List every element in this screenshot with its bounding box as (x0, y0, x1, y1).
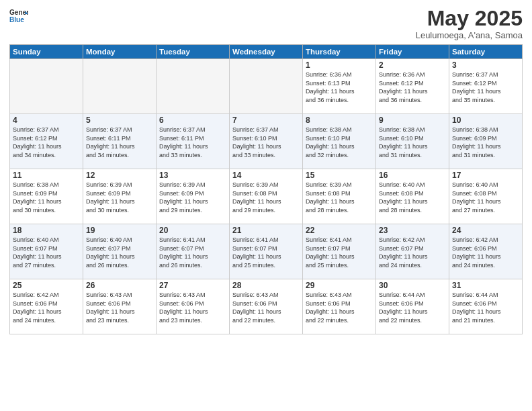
day-number: 9 (379, 116, 446, 125)
day-number: 2 (379, 60, 446, 70)
col-friday: Friday (376, 45, 449, 59)
day-number: 12 (86, 171, 153, 180)
calendar-cell: 27Sunrise: 6:43 AM Sunset: 6:06 PM Dayli… (157, 279, 230, 334)
day-number: 31 (452, 281, 519, 290)
day-info: Sunrise: 6:37 AM Sunset: 6:12 PM Dayligh… (452, 71, 519, 104)
day-number: 7 (232, 116, 300, 125)
calendar-cell: 12Sunrise: 6:39 AM Sunset: 6:09 PM Dayli… (83, 169, 157, 224)
header: General Blue May 2025 Leulumoega, A'ana,… (9, 7, 523, 40)
day-info: Sunrise: 6:38 AM Sunset: 6:10 PM Dayligh… (379, 126, 446, 159)
subtitle: Leulumoega, A'ana, Samoa (416, 30, 523, 40)
day-info: Sunrise: 6:37 AM Sunset: 6:12 PM Dayligh… (13, 126, 80, 159)
title-block: May 2025 Leulumoega, A'ana, Samoa (416, 7, 523, 40)
day-info: Sunrise: 6:41 AM Sunset: 6:07 PM Dayligh… (306, 236, 373, 269)
day-info: Sunrise: 6:43 AM Sunset: 6:06 PM Dayligh… (159, 291, 226, 324)
col-tuesday: Tuesday (157, 45, 230, 59)
day-number: 10 (452, 116, 519, 125)
calendar-cell: 10Sunrise: 6:38 AM Sunset: 6:09 PM Dayli… (449, 114, 523, 169)
day-info: Sunrise: 6:36 AM Sunset: 6:12 PM Dayligh… (379, 71, 446, 104)
calendar-cell: 18Sunrise: 6:40 AM Sunset: 6:07 PM Dayli… (10, 224, 83, 279)
calendar-cell: 30Sunrise: 6:44 AM Sunset: 6:06 PM Dayli… (376, 279, 449, 334)
day-number: 30 (379, 281, 446, 290)
calendar-cell: 15Sunrise: 6:39 AM Sunset: 6:08 PM Dayli… (303, 169, 376, 224)
day-info: Sunrise: 6:37 AM Sunset: 6:11 PM Dayligh… (86, 126, 153, 159)
calendar-cell: 1Sunrise: 6:36 AM Sunset: 6:13 PM Daylig… (303, 59, 376, 114)
day-info: Sunrise: 6:37 AM Sunset: 6:10 PM Dayligh… (232, 126, 300, 159)
calendar-cell: 21Sunrise: 6:41 AM Sunset: 6:07 PM Dayli… (230, 224, 303, 279)
day-number: 28 (232, 281, 300, 290)
day-number: 6 (159, 116, 226, 125)
day-number: 24 (452, 226, 519, 235)
day-info: Sunrise: 6:37 AM Sunset: 6:11 PM Dayligh… (159, 126, 226, 159)
calendar-week-row: 25Sunrise: 6:42 AM Sunset: 6:06 PM Dayli… (10, 279, 523, 334)
calendar-cell: 16Sunrise: 6:40 AM Sunset: 6:08 PM Dayli… (376, 169, 449, 224)
calendar-cell: 25Sunrise: 6:42 AM Sunset: 6:06 PM Dayli… (10, 279, 83, 334)
day-info: Sunrise: 6:41 AM Sunset: 6:07 PM Dayligh… (159, 236, 226, 269)
day-info: Sunrise: 6:41 AM Sunset: 6:07 PM Dayligh… (232, 236, 300, 269)
day-number: 19 (86, 226, 153, 235)
day-number: 17 (452, 171, 519, 180)
col-wednesday: Wednesday (230, 45, 303, 59)
day-info: Sunrise: 6:38 AM Sunset: 6:09 PM Dayligh… (13, 181, 80, 214)
day-number: 13 (159, 171, 226, 180)
calendar-cell: 22Sunrise: 6:41 AM Sunset: 6:07 PM Dayli… (303, 224, 376, 279)
day-info: Sunrise: 6:43 AM Sunset: 6:06 PM Dayligh… (306, 291, 373, 324)
day-number: 25 (13, 281, 80, 290)
calendar-header-row: Sunday Monday Tuesday Wednesday Thursday… (10, 45, 523, 59)
calendar-cell: 26Sunrise: 6:43 AM Sunset: 6:06 PM Dayli… (83, 279, 157, 334)
day-info: Sunrise: 6:40 AM Sunset: 6:07 PM Dayligh… (86, 236, 153, 269)
day-number: 15 (306, 171, 373, 180)
calendar-cell: 2Sunrise: 6:36 AM Sunset: 6:12 PM Daylig… (376, 59, 449, 114)
day-info: Sunrise: 6:39 AM Sunset: 6:09 PM Dayligh… (159, 181, 226, 214)
day-number: 16 (379, 171, 446, 180)
day-info: Sunrise: 6:39 AM Sunset: 6:08 PM Dayligh… (232, 181, 300, 214)
calendar-cell: 20Sunrise: 6:41 AM Sunset: 6:07 PM Dayli… (157, 224, 230, 279)
day-info: Sunrise: 6:43 AM Sunset: 6:06 PM Dayligh… (86, 291, 153, 324)
day-info: Sunrise: 6:39 AM Sunset: 6:08 PM Dayligh… (306, 181, 373, 214)
calendar-cell (10, 59, 83, 114)
col-saturday: Saturday (449, 45, 523, 59)
day-number: 8 (306, 116, 373, 125)
day-number: 22 (306, 226, 373, 235)
svg-text:Blue: Blue (9, 16, 24, 24)
month-title: May 2025 (416, 7, 523, 30)
day-info: Sunrise: 6:36 AM Sunset: 6:13 PM Dayligh… (306, 71, 373, 104)
day-number: 21 (232, 226, 300, 235)
calendar-cell: 28Sunrise: 6:43 AM Sunset: 6:06 PM Dayli… (230, 279, 303, 334)
calendar-week-row: 11Sunrise: 6:38 AM Sunset: 6:09 PM Dayli… (10, 169, 523, 224)
day-info: Sunrise: 6:42 AM Sunset: 6:06 PM Dayligh… (13, 291, 80, 324)
calendar-cell: 19Sunrise: 6:40 AM Sunset: 6:07 PM Dayli… (83, 224, 157, 279)
day-info: Sunrise: 6:44 AM Sunset: 6:06 PM Dayligh… (379, 291, 446, 324)
calendar-cell (83, 59, 157, 114)
day-number: 4 (13, 116, 80, 125)
calendar-week-row: 4Sunrise: 6:37 AM Sunset: 6:12 PM Daylig… (10, 114, 523, 169)
day-number: 20 (159, 226, 226, 235)
calendar-cell (230, 59, 303, 114)
day-number: 27 (159, 281, 226, 290)
calendar-cell: 11Sunrise: 6:38 AM Sunset: 6:09 PM Dayli… (10, 169, 83, 224)
calendar-week-row: 18Sunrise: 6:40 AM Sunset: 6:07 PM Dayli… (10, 224, 523, 279)
calendar-cell: 31Sunrise: 6:44 AM Sunset: 6:06 PM Dayli… (449, 279, 523, 334)
logo-icon: General Blue (9, 7, 28, 26)
calendar-cell: 29Sunrise: 6:43 AM Sunset: 6:06 PM Dayli… (303, 279, 376, 334)
col-sunday: Sunday (10, 45, 83, 59)
calendar-cell: 24Sunrise: 6:42 AM Sunset: 6:06 PM Dayli… (449, 224, 523, 279)
day-number: 18 (13, 226, 80, 235)
calendar-week-row: 1Sunrise: 6:36 AM Sunset: 6:13 PM Daylig… (10, 59, 523, 114)
page: General Blue May 2025 Leulumoega, A'ana,… (0, 0, 532, 411)
col-monday: Monday (83, 45, 157, 59)
day-info: Sunrise: 6:43 AM Sunset: 6:06 PM Dayligh… (232, 291, 300, 324)
calendar-cell: 9Sunrise: 6:38 AM Sunset: 6:10 PM Daylig… (376, 114, 449, 169)
calendar-cell (157, 59, 230, 114)
calendar-cell: 8Sunrise: 6:38 AM Sunset: 6:10 PM Daylig… (303, 114, 376, 169)
day-number: 23 (379, 226, 446, 235)
calendar-cell: 23Sunrise: 6:42 AM Sunset: 6:07 PM Dayli… (376, 224, 449, 279)
day-info: Sunrise: 6:42 AM Sunset: 6:07 PM Dayligh… (379, 236, 446, 269)
calendar-cell: 6Sunrise: 6:37 AM Sunset: 6:11 PM Daylig… (157, 114, 230, 169)
day-info: Sunrise: 6:40 AM Sunset: 6:07 PM Dayligh… (13, 236, 80, 269)
day-number: 29 (306, 281, 373, 290)
day-info: Sunrise: 6:42 AM Sunset: 6:06 PM Dayligh… (452, 236, 519, 269)
calendar-cell: 3Sunrise: 6:37 AM Sunset: 6:12 PM Daylig… (449, 59, 523, 114)
day-info: Sunrise: 6:38 AM Sunset: 6:10 PM Dayligh… (306, 126, 373, 159)
day-info: Sunrise: 6:40 AM Sunset: 6:08 PM Dayligh… (379, 181, 446, 214)
